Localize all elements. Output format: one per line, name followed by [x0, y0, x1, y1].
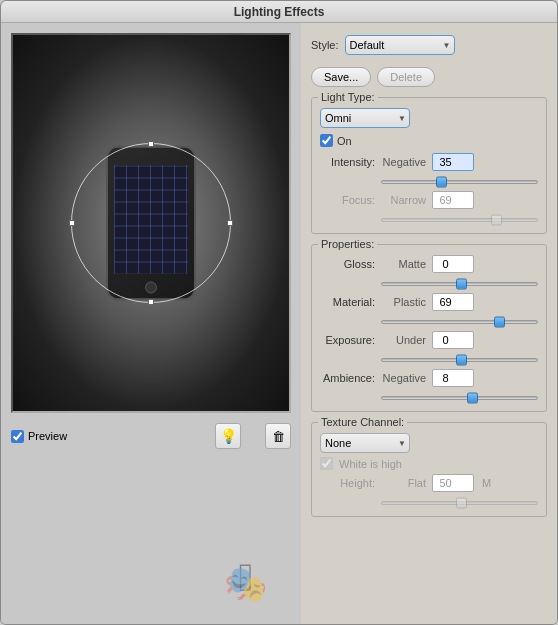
- intensity-label: Intensity:: [320, 156, 375, 168]
- white-is-high-label: White is high: [339, 458, 402, 470]
- height-section: Height: Flat M: [320, 474, 538, 510]
- focus-narrow-label: Narrow: [381, 194, 426, 206]
- delete-button[interactable]: Delete: [377, 67, 435, 87]
- height-slider-row: [320, 496, 538, 510]
- height-row: Height: Flat M: [320, 474, 538, 492]
- gloss-input[interactable]: [432, 255, 474, 273]
- intensity-section: Intensity: Negative: [320, 153, 538, 189]
- ambience-slider-row: [320, 391, 538, 405]
- window-title: Lighting Effects: [234, 5, 325, 19]
- texture-channel-label: Texture Channel:: [318, 416, 407, 428]
- gloss-slider-row: [320, 277, 538, 291]
- properties-label: Properties:: [318, 238, 377, 250]
- focus-section: Focus: Narrow: [320, 191, 538, 227]
- material-row: Material: Plastic: [320, 293, 538, 311]
- light-type-label: Light Type:: [318, 91, 378, 103]
- title-bar: Lighting Effects: [1, 1, 557, 23]
- white-is-high-checkbox[interactable]: [320, 457, 333, 470]
- save-button[interactable]: Save...: [311, 67, 371, 87]
- ambience-label: Ambience:: [320, 372, 375, 384]
- exposure-row: Exposure: Under: [320, 331, 538, 349]
- gloss-slider[interactable]: [381, 277, 538, 291]
- ambience-row: Ambience: Negative: [320, 369, 538, 387]
- style-select[interactable]: Default: [345, 35, 455, 55]
- exposure-under-label: Under: [381, 334, 426, 346]
- material-input[interactable]: [432, 293, 474, 311]
- texture-section: Texture Channel: None White is high: [311, 422, 547, 517]
- left-panel: Preview 💡 🗑 𓂀 🎭: [1, 23, 301, 625]
- exposure-slider-row: [320, 353, 538, 367]
- ambience-slider[interactable]: [381, 391, 538, 405]
- ambience-input[interactable]: [432, 369, 474, 387]
- gloss-section: Gloss: Matte: [320, 255, 538, 291]
- gloss-matte-label: Matte: [381, 258, 426, 270]
- height-mountainous-label: M: [482, 477, 491, 489]
- preview-label: Preview: [28, 430, 67, 442]
- intensity-input[interactable]: [432, 153, 474, 171]
- intensity-slider[interactable]: [381, 175, 538, 189]
- style-label: Style:: [311, 39, 339, 51]
- handle-bottom[interactable]: [148, 299, 154, 305]
- height-flat-label: Flat: [381, 477, 426, 489]
- focus-label: Focus:: [320, 194, 375, 206]
- gloss-label: Gloss:: [320, 258, 375, 270]
- texture-select[interactable]: None: [320, 433, 410, 453]
- style-select-wrapper[interactable]: Default: [345, 35, 455, 55]
- svg-text:🎭: 🎭: [224, 563, 268, 605]
- main-window: Lighting Effects: [0, 0, 558, 625]
- texture-select-wrapper[interactable]: None: [320, 433, 410, 453]
- height-label: Height:: [320, 477, 375, 489]
- ambience-section: Ambience: Negative: [320, 369, 538, 405]
- intensity-slider-row: [320, 175, 538, 189]
- material-plastic-label: Plastic: [381, 296, 426, 308]
- intensity-row: Intensity: Negative: [320, 153, 538, 171]
- texture-logo: 𓂀 🎭: [211, 541, 281, 611]
- exposure-slider[interactable]: [381, 353, 538, 367]
- focus-row: Focus: Narrow: [320, 191, 538, 209]
- trash-icon[interactable]: 🗑: [265, 423, 291, 449]
- right-panel: Style: Default Save... Delete Light Type…: [301, 23, 557, 625]
- intensity-negative-label: Negative: [381, 156, 426, 168]
- material-label: Material:: [320, 296, 375, 308]
- white-is-high-row: White is high: [320, 457, 538, 470]
- style-row: Style: Default: [311, 31, 547, 59]
- preview-bar: Preview 💡 🗑: [11, 421, 291, 451]
- focus-slider-row: [320, 213, 538, 227]
- save-delete-row: Save... Delete: [311, 65, 547, 91]
- properties-section: Properties: Gloss: Matte: [311, 244, 547, 412]
- on-checkbox[interactable]: [320, 134, 333, 147]
- material-section: Material: Plastic: [320, 293, 538, 329]
- handle-top[interactable]: [148, 141, 154, 147]
- light-type-select-wrapper[interactable]: Omni: [320, 108, 410, 128]
- exposure-input[interactable]: [432, 331, 474, 349]
- height-slider: [381, 496, 538, 510]
- exposure-label: Exposure:: [320, 334, 375, 346]
- on-label: On: [337, 135, 352, 147]
- on-row: On: [320, 132, 538, 149]
- height-input[interactable]: [432, 474, 474, 492]
- material-slider[interactable]: [381, 315, 538, 329]
- light-type-row: Omni: [320, 108, 538, 128]
- light-type-section: Light Type: Omni On: [311, 97, 547, 234]
- gloss-row: Gloss: Matte: [320, 255, 538, 273]
- focus-slider: [381, 213, 538, 227]
- preview-checkbox[interactable]: [11, 430, 24, 443]
- focus-input[interactable]: [432, 191, 474, 209]
- preview-checkbox-label[interactable]: Preview: [11, 430, 67, 443]
- light-type-select[interactable]: Omni: [320, 108, 410, 128]
- texture-channel-row: None: [320, 433, 538, 453]
- lightbulb-icon[interactable]: 💡: [215, 423, 241, 449]
- light-type-inner: Omni On Intensity: Negative: [320, 108, 538, 227]
- exposure-section: Exposure: Under: [320, 331, 538, 367]
- material-slider-row: [320, 315, 538, 329]
- ambience-negative-label: Negative: [381, 372, 426, 384]
- canvas-area[interactable]: [11, 33, 291, 413]
- handle-right[interactable]: [227, 220, 233, 226]
- light-ellipse[interactable]: [71, 143, 231, 303]
- handle-left[interactable]: [69, 220, 75, 226]
